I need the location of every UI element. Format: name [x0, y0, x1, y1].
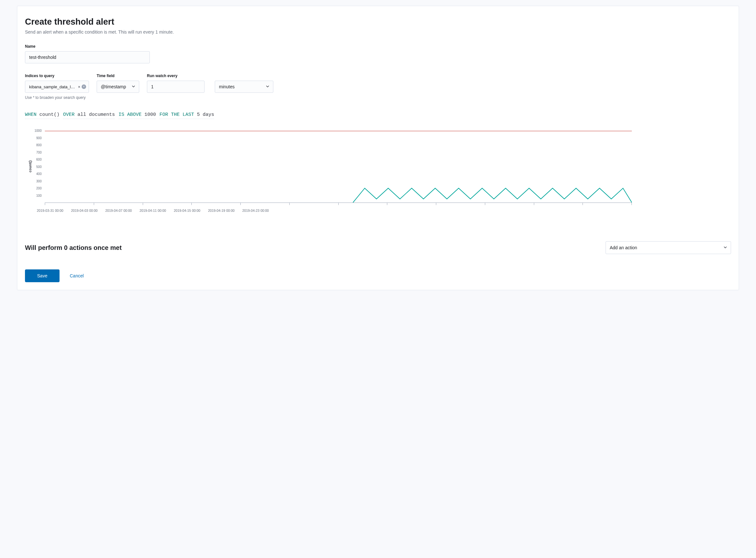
expression-when[interactable]: WHEN count(): [25, 112, 59, 119]
plot-area: [45, 131, 632, 203]
run-every-input[interactable]: [147, 81, 204, 93]
threshold-preview-chart: count() 1000900800700600500400300200100 …: [25, 129, 731, 222]
run-every-unit-select[interactable]: [215, 81, 273, 93]
x-axis-tick-marks: [45, 203, 632, 205]
create-threshold-alert-panel: Create threshold alert Send an alert whe…: [17, 6, 739, 290]
remove-tag-icon[interactable]: ×: [78, 84, 80, 89]
page-subtitle: Send an alert when a specific condition …: [25, 29, 731, 34]
timefield-label: Time field: [97, 74, 139, 78]
indices-label: Indices to query: [25, 74, 89, 78]
threshold-expression: WHEN count() OVER all documents IS ABOVE…: [25, 112, 731, 119]
name-input[interactable]: [25, 51, 150, 64]
y-axis-ticks: 1000900800700600500400300200100: [32, 129, 42, 201]
threshold-line: [45, 131, 632, 131]
indices-combobox[interactable]: kibana_sample_data_logs × ×: [25, 81, 89, 93]
expression-for-last[interactable]: FOR THE LAST 5 days: [159, 112, 214, 119]
indices-tag-label: kibana_sample_data_logs: [29, 84, 76, 89]
actions-title: Will perform 0 actions once met: [25, 244, 122, 252]
timefield-select[interactable]: [97, 81, 139, 93]
expression-condition[interactable]: IS ABOVE 1000: [119, 112, 156, 119]
expression-over[interactable]: OVER all documents: [63, 112, 115, 119]
page-title: Create threshold alert: [25, 17, 731, 27]
save-button[interactable]: Save: [25, 270, 59, 282]
add-action-select[interactable]: [606, 241, 731, 254]
chart-series: [45, 131, 632, 203]
name-label: Name: [25, 44, 731, 49]
x-axis-labels: 2019-03-31 00:002019-04-03 00:002019-04-…: [37, 209, 277, 212]
indices-help-text: Use * to broaden your search query: [25, 95, 89, 100]
cancel-button[interactable]: Cancel: [70, 273, 84, 278]
run-every-label: Run watch every: [147, 74, 273, 78]
y-axis-label: count(): [28, 160, 32, 172]
clear-all-icon[interactable]: ×: [82, 84, 86, 89]
